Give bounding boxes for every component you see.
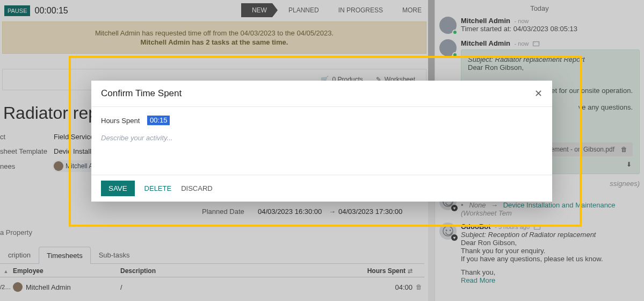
hours-spent-label: Hours Spent	[101, 117, 140, 125]
col-hours[interactable]: Hours Spent	[367, 267, 406, 275]
arrow-right-icon: →	[491, 201, 498, 209]
message-line: Thank you for your enquiry.	[461, 247, 640, 255]
message-subject: Subject: Reception of Radiator replaceme…	[461, 231, 640, 239]
message-time: - now	[515, 18, 529, 24]
message-line: Dear Ron Gibson,	[461, 239, 640, 247]
confirm-time-spent-dialog: Confirm Time Spent ✕ Hours Spent SAVE DE…	[91, 81, 552, 202]
stage-in-progress[interactable]: IN PROGRESS	[328, 3, 392, 17]
message: Mitchell Admin - now Timer started at: 0…	[439, 17, 640, 34]
avatar	[439, 17, 457, 34]
presence-icon	[452, 30, 458, 35]
heart-icon: ♥	[451, 205, 458, 211]
arrow-right-icon: →	[329, 207, 336, 216]
avatar	[439, 39, 457, 56]
col-employee[interactable]: Employee	[13, 267, 120, 275]
timer-display: 00:00:15	[34, 6, 68, 16]
save-button[interactable]: SAVE	[101, 181, 135, 196]
project-value[interactable]: Field Service	[54, 133, 94, 141]
warning-line-2: Mitchell Admin has 2 tasks at the same t…	[141, 38, 288, 46]
trash-icon[interactable]: 🗑	[621, 146, 627, 153]
tab-description[interactable]: cription	[0, 246, 39, 263]
worksheet-template-label: sheet Template	[0, 147, 47, 155]
close-icon[interactable]: ✕	[534, 89, 542, 98]
warning-line-1: Mitchell Admin has requested time off fr…	[95, 29, 334, 37]
stage-new[interactable]: NEW	[241, 3, 278, 17]
envelope-icon	[533, 41, 539, 46]
col-description[interactable]: Description	[120, 267, 354, 275]
task-tabs: cription Timesheets Sub-tasks	[0, 246, 424, 264]
timesheet-row[interactable]: /2… Mitchell Admin / 04:00 🗑	[0, 280, 424, 295]
heart-icon: ♥	[451, 234, 458, 241]
change-trail: (Worksheet Tem	[461, 209, 512, 217]
today-separator: Today	[439, 4, 640, 12]
dialog-title: Confirm Time Spent	[101, 88, 182, 99]
note-greeting: Dear Ron Gibson,	[468, 63, 633, 71]
assignees-label: nees	[0, 162, 15, 170]
message-author[interactable]: Mitchell Admin	[461, 39, 510, 47]
stage-more[interactable]: MORE	[392, 3, 430, 17]
hours-spent-input[interactable]	[147, 116, 170, 125]
change-to-link[interactable]: Device Installation and Maintenance	[503, 201, 616, 209]
activity-description-input[interactable]	[101, 132, 542, 144]
message-time: - now	[515, 40, 529, 47]
avatar	[13, 282, 23, 292]
tab-subtasks[interactable]: Sub-tasks	[91, 246, 138, 263]
warning-banner: Mitchell Admin has requested time off fr…	[2, 22, 426, 54]
row-hours: 04:00	[354, 283, 424, 291]
pause-button[interactable]: PAUSE	[4, 5, 30, 16]
row-description: /	[120, 283, 354, 291]
envelope-icon	[534, 225, 540, 230]
row-employee: Mitchell Admin	[26, 283, 71, 291]
planned-date-start[interactable]: 04/03/2023 16:30:00	[258, 207, 322, 216]
planned-date-label: Planned Date	[202, 207, 244, 216]
read-more-link[interactable]: Read More	[461, 276, 640, 284]
message-author[interactable]: OdooBot	[461, 223, 491, 231]
message-line: Thank you,	[461, 268, 640, 276]
presence-icon	[452, 52, 458, 58]
stage-bar: NEW PLANNED IN PROGRESS MORE	[241, 3, 430, 17]
project-label: ct	[0, 133, 5, 141]
discard-button[interactable]: DISCARD	[181, 184, 213, 192]
planned-date-end[interactable]: 04/03/2023 17:30:00	[338, 207, 402, 216]
trash-icon[interactable]: 🗑	[416, 283, 422, 291]
avatar	[54, 161, 63, 171]
row-date: /2…	[0, 284, 13, 290]
message-line: If you have any questions, please let us…	[461, 255, 640, 263]
worksheet-template-value[interactable]: Devic Installa	[54, 147, 95, 155]
change-from: None	[469, 201, 486, 209]
add-property-link[interactable]: a Property	[0, 228, 32, 236]
note-subject: Subject: Radiator replacement Report	[468, 55, 633, 63]
message: ♥ OdooBot - 5 hours ago Subject: Recepti…	[439, 223, 640, 284]
tab-timesheets[interactable]: Timesheets	[39, 247, 91, 264]
swap-icon[interactable]: ⇄	[408, 268, 413, 275]
sort-icon[interactable]: ▲	[4, 269, 9, 274]
avatar: ♥	[439, 223, 457, 240]
message-text: Timer started at: 04/03/2023 08:05:13	[461, 25, 640, 33]
message-author[interactable]: Mitchell Admin	[461, 17, 510, 25]
delete-button[interactable]: DELETE	[144, 184, 172, 192]
download-icon[interactable]: ⬇	[626, 161, 632, 168]
timesheet-header: ▲ Employee Description Hours Spent⇄	[0, 264, 424, 277]
stage-planned[interactable]: PLANNED	[278, 3, 328, 17]
message-time: - 5 hours ago	[495, 224, 530, 230]
